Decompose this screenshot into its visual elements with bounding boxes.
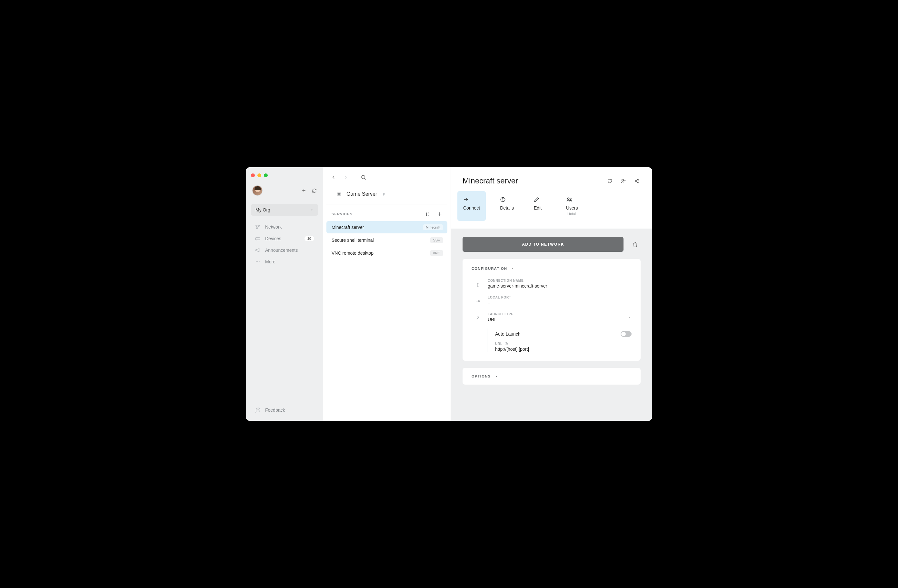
chevron-right-icon <box>495 375 498 378</box>
svg-point-16 <box>258 410 259 410</box>
announcements-icon <box>255 247 261 253</box>
service-item-ssh[interactable]: Secure shell terminal SSH <box>326 234 447 246</box>
wifi-icon <box>381 192 386 197</box>
forward-button[interactable] <box>343 175 348 180</box>
svg-point-21 <box>340 193 341 194</box>
detail-header: Minecraft server <box>451 167 652 185</box>
services-actions: Z <box>425 212 442 216</box>
close-window-button[interactable] <box>251 173 255 177</box>
svg-line-34 <box>636 180 637 181</box>
refresh-button[interactable] <box>607 178 612 184</box>
search-button[interactable] <box>361 174 366 180</box>
back-button[interactable] <box>331 175 336 180</box>
feedback-label: Feedback <box>265 407 285 413</box>
svg-point-12 <box>257 261 258 263</box>
svg-point-20 <box>338 193 339 194</box>
nav-announcements[interactable]: Announcements <box>251 245 318 256</box>
port-icon <box>475 296 481 303</box>
minimize-window-button[interactable] <box>257 173 261 177</box>
tab-connect[interactable]: Connect <box>457 191 486 221</box>
help-icon[interactable] <box>504 342 508 345</box>
svg-text:Z: Z <box>428 214 429 216</box>
share-button[interactable] <box>635 178 639 184</box>
svg-point-14 <box>257 410 257 410</box>
svg-point-28 <box>622 179 624 181</box>
options-card: OPTIONS <box>463 368 641 385</box>
auto-launch-toggle[interactable] <box>621 331 632 337</box>
add-service-button[interactable] <box>437 212 442 216</box>
services-heading: SERVICES <box>332 212 352 216</box>
refresh-icon[interactable] <box>312 188 317 193</box>
field-value: URL <box>488 317 514 322</box>
add-to-network-button[interactable]: ADD TO NETWORK <box>463 237 623 252</box>
service-tag: VNC <box>430 250 443 256</box>
sort-button[interactable]: Z <box>425 212 430 216</box>
nav-devices[interactable]: Devices 10 <box>251 233 318 244</box>
svg-line-7 <box>257 226 259 228</box>
launch-type-row[interactable]: LAUNCH TYPE URL <box>472 310 632 327</box>
svg-point-40 <box>567 198 569 199</box>
plus-icon <box>437 212 442 216</box>
avatar[interactable] <box>252 185 263 196</box>
svg-point-32 <box>635 180 637 181</box>
field-value: game-server-minecraft-server <box>488 283 632 289</box>
svg-point-2 <box>256 225 257 226</box>
svg-line-35 <box>636 181 637 182</box>
services-header: SERVICES Z <box>323 204 451 220</box>
nav-more[interactable]: More <box>251 256 318 267</box>
svg-point-46 <box>506 344 506 345</box>
detail-panel: Minecraft server Connect <box>451 167 652 421</box>
text-cursor-icon <box>475 279 481 288</box>
service-item-vnc[interactable]: VNC remote desktop VNC <box>326 247 447 259</box>
svg-point-42 <box>478 301 479 302</box>
pencil-icon <box>534 197 539 203</box>
service-tag: Minecraft <box>423 224 443 230</box>
local-port-row[interactable]: LOCAL PORT – <box>472 293 632 310</box>
svg-point-17 <box>361 175 365 179</box>
field-value: http://[host]:[port] <box>495 347 632 352</box>
field-label: LOCAL PORT <box>488 296 632 299</box>
service-item-minecraft[interactable]: Minecraft server Minecraft <box>326 221 447 233</box>
auto-launch-label: Auto Launch <box>495 332 521 336</box>
service-name: Minecraft server <box>332 225 364 230</box>
svg-point-39 <box>503 198 503 199</box>
device-header[interactable]: Game Server <box>326 185 447 204</box>
app-window: My Org Network Devices 10 Ann <box>246 167 652 421</box>
arrow-up-right-icon <box>475 312 481 321</box>
nav-network[interactable]: Network <box>251 221 318 232</box>
tab-label: Connect <box>463 205 480 210</box>
middle-panel: Game Server SERVICES Z Minecraft server … <box>323 167 451 421</box>
svg-point-24 <box>384 195 384 196</box>
tab-details[interactable]: Details <box>494 191 520 221</box>
svg-point-4 <box>257 228 257 229</box>
auto-launch-row: Auto Launch <box>495 329 632 342</box>
sort-icon: Z <box>425 212 430 216</box>
tab-users[interactable]: Users 1 total <box>560 191 584 221</box>
svg-point-11 <box>256 261 257 263</box>
configuration-card: CONFIGURATION CONNECTION NAME game-serve… <box>463 259 641 361</box>
users-icon <box>566 197 572 203</box>
configuration-header[interactable]: CONFIGURATION <box>472 267 632 270</box>
org-selector[interactable]: My Org <box>251 204 318 216</box>
service-name: VNC remote desktop <box>332 250 374 256</box>
detail-header-actions <box>607 178 639 184</box>
svg-point-15 <box>258 410 258 410</box>
options-header[interactable]: OPTIONS <box>472 374 632 378</box>
titlebar <box>246 167 323 183</box>
user-plus-icon <box>621 178 626 184</box>
raspberry-pi-icon <box>336 191 342 197</box>
delete-button[interactable] <box>630 239 641 250</box>
info-icon <box>500 197 506 203</box>
maximize-window-button[interactable] <box>264 173 268 177</box>
url-row[interactable]: URL http://[host]:[port] <box>495 342 632 352</box>
more-icon <box>255 259 261 265</box>
add-icon[interactable] <box>301 188 306 193</box>
connection-name-row[interactable]: CONNECTION NAME game-server-minecraft-se… <box>472 276 632 293</box>
nav-label: Devices <box>265 236 281 241</box>
sidebar-top <box>246 183 323 201</box>
field-value: – <box>488 300 632 305</box>
feedback-button[interactable]: Feedback <box>246 401 323 421</box>
tab-label: Users <box>566 205 578 210</box>
add-user-button[interactable] <box>621 178 626 184</box>
tab-edit[interactable]: Edit <box>528 191 552 221</box>
